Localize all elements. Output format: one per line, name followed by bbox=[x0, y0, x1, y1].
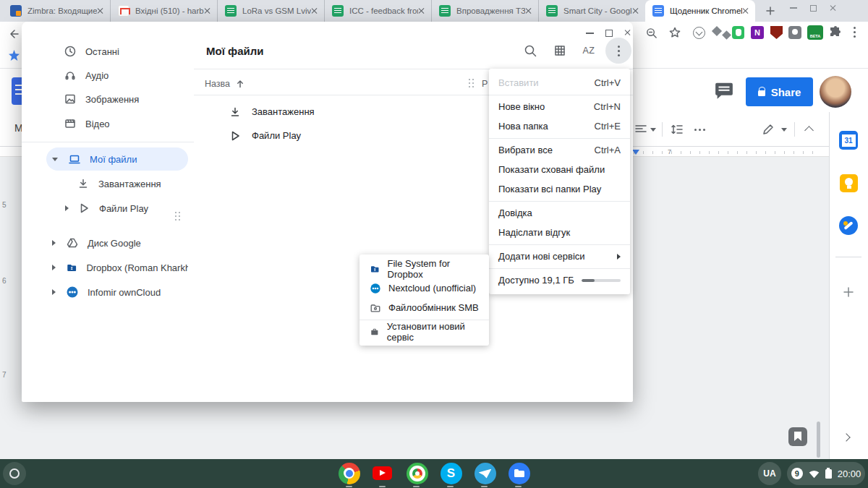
menu-item-show-hidden[interactable]: Показати сховані файли bbox=[489, 160, 630, 179]
sidebar-label: Завантаження bbox=[98, 179, 161, 189]
sidebar-item-google-drive[interactable]: Диск Google bbox=[46, 231, 188, 254]
grey-extension-icon[interactable] bbox=[788, 26, 801, 39]
minimize-icon[interactable] bbox=[586, 33, 594, 34]
more-options-button[interactable] bbox=[605, 38, 631, 64]
new-tab-button[interactable] bbox=[764, 4, 777, 17]
edit-mode-caret-icon[interactable] bbox=[781, 128, 787, 132]
explore-button[interactable] bbox=[788, 427, 807, 446]
keep-icon[interactable] bbox=[840, 174, 858, 192]
onenote-extension-icon[interactable]: N bbox=[751, 26, 764, 39]
submenu-item-dropbox-fs[interactable]: File System for Dropbox bbox=[359, 259, 489, 278]
window-close-icon[interactable] bbox=[830, 4, 837, 12]
tab-icc[interactable]: ICC - feedback from bbox=[324, 0, 431, 22]
more-toolbar-icon[interactable] bbox=[694, 129, 697, 131]
menu-item-new-folder[interactable]: Нова папка Ctrl+E bbox=[489, 116, 630, 136]
evernote-extension-icon[interactable] bbox=[732, 26, 744, 39]
ime-locale-button[interactable]: UA bbox=[758, 462, 781, 485]
sidebar-item-owncloud[interactable]: Infomir ownCloud bbox=[46, 281, 188, 304]
sidebar-item-dropbox[interactable]: Dropbox (Roman Kharkh... bbox=[46, 256, 188, 279]
menu-item-help[interactable]: Довідка bbox=[489, 203, 630, 223]
bookmark-star-icon[interactable] bbox=[668, 26, 681, 39]
install-service-icon bbox=[370, 326, 380, 338]
ublock-extension-icon[interactable] bbox=[770, 26, 783, 39]
tab-close-icon[interactable] bbox=[204, 7, 211, 14]
sidebar-item-recent[interactable]: Останні bbox=[46, 40, 188, 63]
file-row-play-files[interactable]: Файли Play bbox=[216, 124, 519, 147]
menu-item-select-all[interactable]: Вибрати все Ctrl+A bbox=[489, 140, 630, 160]
tab-close-icon[interactable] bbox=[632, 7, 639, 14]
menu-item-add-new-services[interactable]: Додати нові сервіси bbox=[489, 247, 630, 266]
sidebar-item-play-files[interactable]: Файли Play bbox=[46, 197, 188, 220]
extensions-puzzle-icon[interactable] bbox=[829, 26, 842, 39]
sidebar-item-audio[interactable]: Аудіо bbox=[46, 64, 188, 87]
grid-view-button[interactable] bbox=[547, 38, 573, 64]
avatar[interactable] bbox=[820, 76, 851, 108]
sidebar-item-images[interactable]: Зображення bbox=[46, 87, 188, 111]
submenu-item-install-new-service[interactable]: Установити новий сервіс bbox=[359, 322, 489, 341]
menu-item-show-play-folders[interactable]: Показати всі папки Play bbox=[489, 179, 630, 199]
dropbox-extension-icon[interactable] bbox=[712, 26, 722, 36]
browser-menu-icon[interactable] bbox=[854, 27, 856, 29]
submenu-item-nextcloud[interactable]: Nextcloud (unofficial) bbox=[359, 278, 489, 298]
sidebar-item-my-files[interactable]: Мої файли bbox=[46, 147, 188, 171]
shelf-files-icon[interactable] bbox=[508, 462, 530, 484]
file-row-downloads[interactable]: Завантаження bbox=[216, 100, 519, 124]
line-spacing-icon[interactable] bbox=[671, 123, 684, 136]
expand-caret-icon[interactable] bbox=[52, 240, 56, 246]
tab-smart-city[interactable]: Smart City - Google bbox=[538, 0, 645, 22]
menu-item-send-feedback[interactable]: Надіслати відгук bbox=[489, 223, 630, 242]
calendar-icon[interactable]: 31 bbox=[839, 131, 858, 150]
tasks-icon[interactable] bbox=[839, 216, 858, 235]
shelf-telegram-icon[interactable] bbox=[474, 462, 496, 484]
beta-extension-icon[interactable]: BETA bbox=[807, 25, 823, 40]
shelf-chrome-icon[interactable] bbox=[338, 462, 360, 484]
add-panel-app-icon[interactable] bbox=[842, 286, 855, 299]
maximize-icon[interactable] bbox=[605, 30, 613, 37]
window-minimize-icon[interactable] bbox=[790, 7, 797, 9]
close-icon[interactable] bbox=[624, 29, 633, 38]
tab-lora[interactable]: LoRa vs GSM Lviv bbox=[217, 0, 324, 22]
column-resize-handle-icon[interactable] bbox=[469, 79, 470, 80]
tab-gmail[interactable]: Вхідні (510) - harbu bbox=[110, 0, 217, 22]
indent-marker-icon[interactable] bbox=[632, 150, 639, 155]
back-icon[interactable] bbox=[7, 27, 20, 40]
window-maximize-icon[interactable] bbox=[810, 5, 817, 12]
shelf-whatsapp-icon[interactable] bbox=[406, 462, 428, 484]
bookmark-item-star-icon[interactable] bbox=[9, 50, 20, 61]
column-header-name[interactable]: Назва bbox=[205, 74, 244, 94]
submenu-item-smb[interactable]: Файлообмінник SMB bbox=[359, 298, 489, 317]
collapse-toolbar-icon[interactable] bbox=[804, 126, 814, 135]
tab-active-diary[interactable]: Щоденник Chromeb bbox=[645, 0, 755, 22]
sidebar-label: Диск Google bbox=[88, 238, 141, 249]
comment-icon[interactable] bbox=[713, 80, 735, 102]
scrollbar-thumb[interactable] bbox=[817, 421, 820, 458]
status-tray[interactable]: 9 20:00 bbox=[787, 462, 865, 485]
menu-item-new-window[interactable]: Нове вікно Ctrl+N bbox=[489, 97, 630, 116]
pocket-extension-icon[interactable] bbox=[693, 27, 705, 39]
align-caret-icon[interactable] bbox=[650, 128, 656, 132]
zoom-icon[interactable] bbox=[645, 27, 658, 39]
sidebar-item-downloads[interactable]: Завантаження bbox=[46, 172, 188, 195]
tab-close-icon[interactable] bbox=[742, 7, 749, 14]
search-icon bbox=[523, 43, 537, 58]
collapse-panel-icon[interactable] bbox=[842, 433, 850, 441]
expand-caret-icon[interactable] bbox=[52, 289, 56, 295]
launcher-button[interactable] bbox=[3, 462, 26, 485]
edit-mode-pencil-icon[interactable] bbox=[762, 123, 775, 136]
align-icon[interactable] bbox=[635, 124, 647, 134]
tab-tz[interactable]: Впровадження ТЗ у bbox=[431, 0, 538, 22]
share-button[interactable]: Share bbox=[746, 77, 813, 106]
shelf-skype-icon[interactable]: S bbox=[440, 462, 462, 484]
search-button[interactable] bbox=[517, 38, 543, 64]
sidebar-item-video[interactable]: Відео bbox=[46, 112, 188, 135]
shelf-youtube-icon[interactable] bbox=[371, 462, 393, 484]
sort-button[interactable]: AZ bbox=[576, 38, 602, 64]
expand-caret-icon[interactable] bbox=[52, 158, 58, 161]
tab-close-icon[interactable] bbox=[525, 7, 532, 14]
tab-close-icon[interactable] bbox=[97, 7, 104, 14]
expand-caret-icon[interactable] bbox=[65, 205, 69, 211]
tab-close-icon[interactable] bbox=[418, 7, 425, 14]
tab-close-icon[interactable] bbox=[311, 7, 318, 14]
expand-caret-icon[interactable] bbox=[52, 265, 56, 270]
tab-zimbra[interactable]: Zimbra: Входящие bbox=[3, 0, 110, 22]
